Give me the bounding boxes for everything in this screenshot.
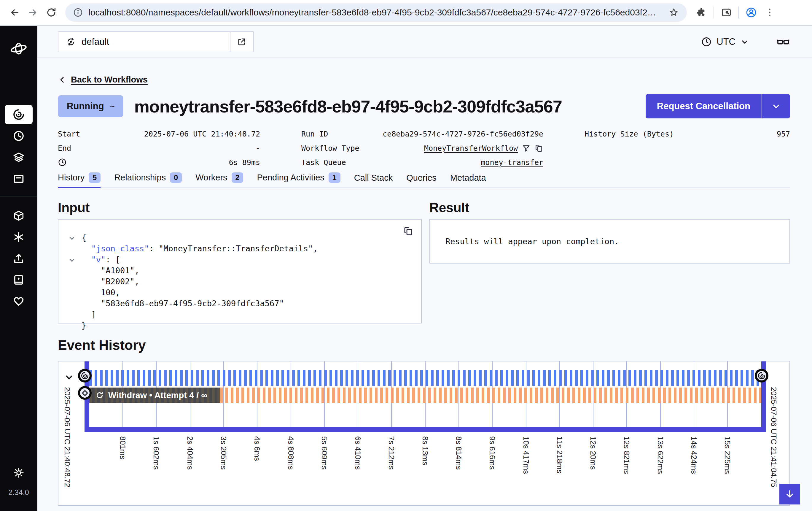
json-line: }	[70, 320, 409, 331]
json-line: 100,	[70, 287, 409, 298]
tick-label: 9s 616ms	[488, 436, 497, 470]
filter-funnel-icon[interactable]	[522, 144, 530, 153]
namespace-external-link[interactable]	[230, 32, 253, 52]
activity-bar[interactable]	[220, 387, 761, 403]
run-id-label: Run ID	[301, 130, 328, 138]
tick-label: 4s 808ms	[286, 436, 295, 470]
sidebar-item-archival[interactable]	[0, 146, 37, 168]
bookmark-star-icon[interactable]	[668, 7, 679, 18]
workflow-tabs: History5 Relationships0 Workers2 Pending…	[58, 172, 790, 188]
sidebar-divider	[0, 196, 37, 196]
tab-workers-count: 2	[232, 172, 243, 183]
timezone-selector[interactable]: UTC	[701, 36, 749, 47]
task-queue-label: Task Queue	[301, 158, 346, 167]
cancellation-dropdown-button[interactable]	[761, 94, 790, 118]
workflows-spiral-icon	[12, 108, 25, 121]
copy-icon[interactable]	[535, 144, 543, 153]
collapse-caret-icon[interactable]	[70, 237, 82, 240]
namespace-selector[interactable]: default	[58, 31, 254, 52]
schedules-clock-icon	[12, 130, 25, 142]
tick-label: 15s 225ms	[723, 436, 732, 474]
temporal-logo[interactable]	[10, 41, 27, 57]
sidebar-item-schedules[interactable]	[0, 125, 37, 146]
input-section-title: Input	[58, 200, 422, 215]
tick-label: 14s 424ms	[689, 436, 698, 474]
back-to-workflows-link[interactable]: Back to Workflows	[71, 75, 148, 85]
activity-start-marker[interactable]	[78, 386, 92, 400]
result-message: Results will appear upon completion.	[445, 237, 619, 246]
end-label: End	[58, 144, 71, 153]
tick-label: 3s 205ms	[219, 436, 228, 470]
tick-label: 8s 814ms	[454, 436, 463, 470]
diamond-icon	[82, 389, 88, 396]
upload-icon	[12, 252, 25, 265]
labs-toggle[interactable]	[776, 35, 790, 49]
sidebar-item-feedback[interactable]	[0, 291, 37, 312]
profile-avatar-icon[interactable]	[742, 3, 760, 22]
tick-label: 6s 410ms	[353, 436, 362, 470]
chevron-down-icon	[771, 101, 781, 111]
workflow-spiral-icon	[757, 372, 766, 380]
tab-metadata[interactable]: Metadata	[450, 173, 486, 188]
workflow-start-marker[interactable]	[78, 369, 92, 382]
sidebar-item-import[interactable]	[0, 248, 37, 269]
json-line: "A1001",	[70, 265, 409, 276]
tick-label: 8s 13ms	[420, 436, 430, 465]
external-link-icon	[237, 37, 246, 47]
workflow-title: moneytransfer-583e6fd8-eb97-4f95-9cb2-30…	[134, 97, 562, 116]
tab-queries[interactable]: Queries	[406, 173, 437, 188]
activity-label-bar[interactable]: Withdraw • Attempt 4 / ∞	[89, 387, 220, 403]
workflow-execution-bar[interactable]	[89, 370, 761, 386]
tab-pending-activities-count: 1	[328, 172, 341, 183]
collapse-row-chevron-icon[interactable]	[64, 372, 75, 383]
namespace-icon	[65, 36, 76, 47]
request-cancellation-button[interactable]: Request Cancellation	[646, 94, 761, 118]
collapse-caret-icon[interactable]	[70, 259, 82, 262]
tick-label: 7s 212ms	[387, 436, 396, 470]
history-size-label: History Size (Bytes)	[584, 130, 674, 138]
copy-icon	[403, 226, 413, 236]
sidebar-item-batch[interactable]	[0, 168, 37, 189]
tick-label: 13s 622ms	[656, 436, 665, 474]
tick-label: 4s 6ms	[252, 436, 262, 461]
browser-forward-button[interactable]	[24, 3, 42, 22]
timeline-axis	[85, 427, 766, 432]
workflow-spiral-icon	[81, 372, 89, 380]
app-topbar: default UTC	[37, 26, 812, 58]
tab-search-icon[interactable]	[717, 3, 735, 22]
sidebar-item-deployments[interactable]	[0, 205, 37, 226]
sidebar-item-nexus[interactable]	[0, 226, 37, 248]
cube-icon	[12, 210, 25, 222]
task-queue-link[interactable]: money-transfer	[481, 158, 543, 167]
theme-toggle-sun-icon[interactable]	[0, 462, 37, 483]
sidebar: 2.34.0	[0, 26, 37, 511]
result-box: Results will appear upon completion.	[429, 219, 790, 264]
copy-input-button[interactable]	[403, 226, 413, 236]
extensions-icon[interactable]	[692, 3, 710, 22]
workflow-end-marker[interactable]	[755, 369, 768, 382]
status-badge[interactable]: Running ~	[58, 95, 123, 117]
browser-reload-button[interactable]	[42, 3, 60, 22]
browser-back-button[interactable]	[5, 3, 24, 22]
site-info-icon[interactable]	[73, 7, 83, 18]
start-label: Start	[58, 130, 80, 138]
book-sparkle-icon	[12, 274, 25, 286]
activity-label: Withdraw • Attempt 4 / ∞	[108, 391, 207, 400]
sidebar-item-workflows[interactable]	[0, 104, 37, 125]
tab-pending-activities[interactable]: Pending Activities1	[257, 172, 340, 188]
json-line: "B2002",	[70, 276, 409, 287]
url-bar[interactable]: localhost:8080/namespaces/default/workfl…	[65, 3, 687, 22]
tab-history[interactable]: History5	[58, 172, 100, 188]
sidebar-item-docs[interactable]	[0, 269, 37, 291]
tick-label: 2s 404ms	[185, 436, 195, 470]
layers-icon	[12, 151, 25, 163]
scroll-to-bottom-button[interactable]	[779, 484, 800, 505]
workflow-type-link[interactable]: MoneyTransferWorkflow	[424, 144, 518, 153]
browser-menu-kebab-icon[interactable]	[760, 3, 779, 22]
tab-relationships[interactable]: Relationships0	[114, 172, 182, 188]
app-version: 2.34.0	[8, 488, 29, 497]
tab-call-stack[interactable]: Call Stack	[354, 173, 393, 188]
json-line: {	[70, 232, 409, 243]
tab-workers[interactable]: Workers2	[196, 172, 243, 188]
arrow-left-icon	[9, 7, 20, 18]
